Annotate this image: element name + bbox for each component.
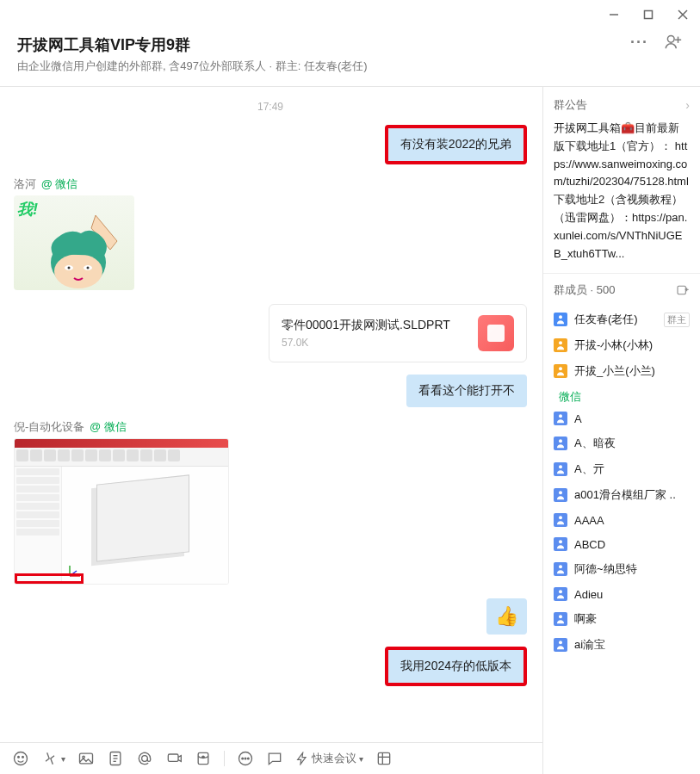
sender-via: @ 微信 (41, 177, 78, 190)
member-item[interactable]: a001滑台模组厂家 .. (548, 482, 695, 508)
member-item[interactable]: A、暗夜 (548, 430, 695, 456)
member-name: ABCD (574, 538, 605, 551)
image-button[interactable] (77, 750, 95, 767)
member-avatar-icon (554, 338, 567, 352)
svg-point-47 (559, 541, 562, 544)
member-item[interactable]: 啊豪 (548, 606, 695, 632)
svg-rect-1 (645, 11, 653, 19)
voice-input-button[interactable] (165, 750, 183, 767)
cad-screenshot-attachment[interactable] (14, 438, 229, 585)
member-item[interactable]: A、亓 (548, 456, 695, 482)
member-avatar-icon (554, 513, 567, 527)
redpacket-button[interactable] (195, 750, 212, 767)
chat-history-button[interactable] (266, 750, 283, 767)
quick-meeting-button[interactable]: 快速会议▾ (295, 751, 363, 766)
svg-point-46 (559, 517, 562, 520)
svg-point-45 (559, 492, 562, 495)
svg-point-18 (22, 757, 24, 759)
svg-point-40 (559, 342, 562, 345)
member-avatar-icon (554, 612, 567, 626)
window-close-button[interactable] (674, 6, 691, 23)
sender-name: 倪-自动化设备 (14, 420, 84, 433)
members-count-title: 群成员 · 500 (554, 282, 616, 298)
svg-point-31 (245, 758, 246, 759)
svg-point-30 (242, 758, 244, 759)
member-item[interactable]: ABCD (548, 532, 695, 556)
svg-point-8 (54, 254, 102, 288)
svg-rect-33 (378, 752, 389, 764)
wechat-section-label: 微信 (548, 384, 695, 406)
member-item[interactable]: AAAA (548, 508, 695, 532)
member-item[interactable]: Adieu (548, 582, 695, 606)
member-name: AAAA (574, 514, 604, 527)
member-avatar-icon (554, 412, 567, 425)
member-name: Adieu (574, 588, 603, 601)
file-button[interactable] (107, 750, 124, 767)
form-button[interactable] (375, 750, 393, 767)
group-notice-body[interactable]: 开拔网工具箱🧰目前最新版下载地址1（官方）： https://www.sanwe… (554, 120, 690, 263)
member-name: 开拔-小林(小林) (574, 337, 653, 353)
svg-point-4 (667, 35, 674, 42)
more-tools-button[interactable] (237, 750, 254, 767)
svg-rect-26 (168, 754, 178, 761)
message-bubble-3[interactable]: 我用2024存的低版本 (385, 647, 527, 686)
window-maximize-button[interactable] (640, 6, 657, 23)
group-notice-title: 群公告 (554, 97, 587, 113)
svg-point-25 (142, 756, 148, 762)
svg-rect-36 (678, 287, 685, 294)
member-item[interactable]: A (548, 406, 695, 430)
svg-point-32 (248, 758, 250, 759)
svg-point-41 (559, 368, 562, 371)
message-bubble-2[interactable]: 看看这个能打开不 (406, 375, 527, 407)
svg-point-48 (559, 566, 562, 569)
file-size: 57.0K (282, 337, 468, 349)
sender-name: 洛河 (14, 177, 36, 190)
message-bubble-1[interactable]: 有没有装2022的兄弟 (385, 125, 527, 164)
svg-point-50 (559, 616, 562, 619)
member-name: A、暗夜 (574, 436, 616, 451)
owner-badge: 群主 (664, 313, 690, 327)
svg-point-49 (559, 591, 562, 594)
member-item[interactable]: 任友春(老任)群主 (548, 307, 695, 332)
chevron-right-icon[interactable]: › (685, 98, 690, 112)
member-avatar-icon (554, 488, 567, 502)
member-item[interactable]: 开拔-小林(小林) (548, 332, 695, 358)
member-item[interactable]: 阿德~纳思特 (548, 556, 695, 582)
sticker-message[interactable]: 我! (14, 195, 134, 290)
chat-subtitle: 由企业微信用户创建的外部群, 含497位外部联系人 · 群主: 任友春(老任) (17, 59, 683, 74)
svg-point-28 (202, 756, 205, 759)
member-avatar-icon (554, 537, 567, 551)
file-attachment-card[interactable]: 零件00001开拔网测试.SLDPRT 57.0K (269, 304, 527, 362)
svg-point-44 (559, 466, 562, 469)
screenshot-button[interactable]: ▾ (41, 750, 65, 767)
member-name: 任友春(老任) (574, 312, 638, 327)
member-name: A (574, 412, 582, 425)
member-avatar-icon (554, 364, 567, 378)
thumbs-up-reaction[interactable]: 👍 (486, 598, 527, 635)
member-avatar-icon (554, 313, 567, 326)
more-menu-icon[interactable]: ··· (630, 34, 648, 52)
mention-button[interactable] (136, 750, 153, 767)
member-avatar-icon (554, 562, 567, 576)
window-minimize-button[interactable] (605, 6, 623, 23)
member-name: 阿德~纳思特 (574, 561, 637, 577)
member-item[interactable]: ai渝宝 (548, 632, 695, 658)
member-name: 啊豪 (574, 611, 597, 627)
member-item[interactable]: 开拔_小兰(小兰) (548, 358, 695, 384)
svg-point-17 (18, 757, 20, 759)
member-name: A、亓 (574, 461, 604, 477)
add-member-icon[interactable] (664, 33, 683, 52)
sender-via: @ 微信 (90, 420, 127, 433)
sender-label-2: 倪-自动化设备 @ 微信 (14, 419, 527, 435)
chat-title: 开拔网工具箱VIP专用9群 (17, 34, 683, 55)
member-avatar-icon (554, 638, 567, 652)
member-name: ai渝宝 (574, 637, 605, 653)
sender-label-1: 洛河 @ 微信 (14, 176, 527, 192)
emoji-button[interactable] (12, 750, 29, 767)
svg-point-51 (559, 641, 562, 645)
svg-point-16 (15, 752, 28, 765)
member-name: 开拔_小兰(小兰) (574, 363, 655, 379)
member-avatar-icon (554, 437, 567, 450)
sticker-text: 我! (17, 199, 38, 220)
add-member-small-icon[interactable] (676, 283, 690, 297)
